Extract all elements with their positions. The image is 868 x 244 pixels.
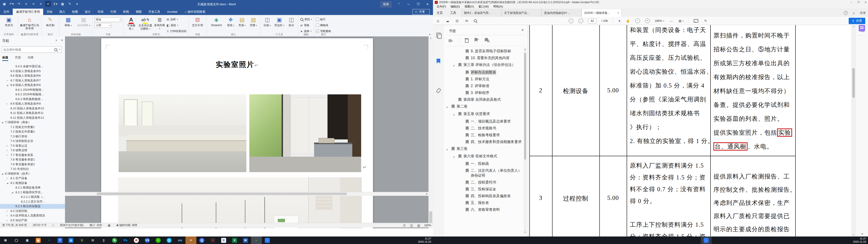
- document-tab[interactable]: 2025年一级物资集...×: [582, 9, 622, 17]
- menu-item[interactable]: 视图(V): [463, 5, 476, 9]
- sprout-app-icon[interactable]: ❧: [251, 237, 262, 244]
- margins-button[interactable]: ▣ 页边距 ▾: [274, 16, 285, 27]
- notifications-bell-icon[interactable]: 🕭: [852, 11, 855, 15]
- uparrow-app-icon[interactable]: ↑: [262, 237, 273, 244]
- attachments-icon[interactable]: [433, 88, 444, 94]
- ribbon-tab[interactable]: 开始: [43, 9, 56, 15]
- expand-arrow-icon[interactable]: [7, 218, 9, 223]
- heading-item[interactable]: 8.2.1 检测设备清单: [0, 185, 65, 190]
- email-icon[interactable]: ✉: [464, 19, 469, 23]
- ribbon-tab[interactable]: 开发工具: [145, 9, 164, 15]
- expand-arrow-icon[interactable]: [7, 209, 9, 214]
- maximize-button[interactable]: ❐: [857, 1, 860, 4]
- shading-button[interactable]: ◧底纹▾: [166, 23, 187, 28]
- replace-button[interactable]: ⇄替换: [300, 23, 312, 28]
- vs-app-icon[interactable]: VS: [142, 237, 153, 244]
- heading-item[interactable]: 6.9 投标人资格及条件9: [0, 101, 65, 106]
- document-tab[interactable]: 附件1：采油采气用...: [462, 9, 502, 17]
- ribbon-tab[interactable]: 文件: [0, 9, 13, 15]
- maximize-button[interactable]: ❐: [413, 1, 423, 8]
- heading-item[interactable]: 6.8.3 有机氯检验报...: [0, 97, 65, 102]
- bookmark-item[interactable]: 三、投标保证金: [460, 186, 524, 193]
- ribbon-tab[interactable]: Acrobat: [164, 9, 181, 15]
- document-hscrollbar[interactable]: ▶: [65, 192, 429, 196]
- bookmark-item[interactable]: 二、法定代表人（单位负责人）身份证明: [460, 167, 524, 179]
- heading-item[interactable]: 7 详细评审（商务）: [0, 120, 65, 125]
- print-layout-icon[interactable]: ▯: [410, 224, 413, 227]
- nav-pane-tab[interactable]: 标题: [2, 56, 8, 61]
- bookmark-item[interactable]: 四、技术服务和质保期服务要求: [460, 139, 524, 145]
- expand-bookmark-icon[interactable]: [485, 38, 489, 43]
- word-icon[interactable]: W: [240, 237, 251, 244]
- search-dropdown-icon[interactable]: ▾: [59, 49, 60, 51]
- collapse-ribbon-icon[interactable]: ∧: [429, 33, 431, 36]
- pencil-app-icon[interactable]: ✎: [109, 237, 120, 244]
- search-input[interactable]: [2, 48, 54, 51]
- footer-button[interactable]: ▧ 页脚 ▾: [248, 16, 258, 27]
- heading-item[interactable]: 6.12 投标人资格及条件12: [0, 116, 65, 120]
- heading-item[interactable]: 8.4 技术研发人员素质情况: [0, 213, 65, 218]
- expand-arrow-icon[interactable]: [7, 78, 9, 83]
- heading-item[interactable]: 6.4.5 未被中国石油...: [0, 64, 65, 69]
- bookmark-expand-icon[interactable]: [446, 104, 450, 110]
- bookmark-item[interactable]: 1. 评标方法: [460, 76, 524, 83]
- t-app-icon[interactable]: T: [55, 237, 65, 244]
- shapes-button[interactable]: ❖ 形状 ▾: [226, 16, 236, 27]
- heading-item[interactable]: 8.3 过程控制: [0, 209, 65, 214]
- heading-item[interactable]: 7.2 投标文件质量2: [0, 129, 65, 134]
- bookmark-item[interactable]: 五、报价表: [460, 200, 524, 206]
- expand-arrow-icon[interactable]: [7, 181, 9, 186]
- stamp-icon[interactable]: [859, 25, 865, 31]
- signin-button[interactable]: 登录: [380, 1, 392, 7]
- ribbon-tab[interactable]: 设计: [81, 9, 94, 15]
- expand-arrow-icon[interactable]: [7, 144, 9, 148]
- help-icon[interactable]: ?: [844, 11, 848, 15]
- proofing-icon[interactable]: ⌗: [53, 224, 54, 227]
- bookmark-item[interactable]: 六、资格审查资料: [460, 206, 524, 213]
- browser-app-icon[interactable]: ✦: [185, 237, 196, 244]
- expand-arrow-icon[interactable]: [7, 153, 9, 158]
- clock[interactable]: 11:27 2025-11-03: [418, 237, 431, 243]
- ribbon-tab[interactable]: 绘图: [69, 9, 81, 15]
- accessibility-indicator[interactable]: ◉ 辅助功能: 调查: [116, 223, 137, 227]
- uparrow-app-icon[interactable]: ↑: [701, 237, 712, 244]
- expand-arrow-icon[interactable]: [11, 190, 14, 195]
- swirl-app-icon[interactable]: S: [76, 237, 87, 244]
- bookmark-item[interactable]: 三、检验考核要求: [460, 132, 524, 139]
- save-as-button[interactable]: ▣ 另存为: [2, 16, 16, 27]
- upload-cloud-icon[interactable]: ☁: [445, 19, 450, 23]
- comment-icon[interactable]: [694, 19, 698, 23]
- bookmark-item[interactable]: 第三卷: [446, 145, 524, 153]
- bookmark-item[interactable]: 二、技术规格书: [460, 125, 524, 132]
- fit-width-icon[interactable]: ↔: [669, 19, 674, 23]
- hand-tool-icon[interactable]: ☝: [626, 19, 630, 23]
- bookmark-item[interactable]: 第二卷: [446, 103, 524, 111]
- ribbon-tab[interactable]: 操作说明搜索: [181, 9, 209, 15]
- heading-item[interactable]: 7.10 失信扣分: [0, 167, 65, 172]
- heading-item[interactable]: 8.2.3 独立的实验室: [0, 204, 65, 209]
- bookmark-item[interactable]: 2. 评审标准: [460, 83, 524, 89]
- expand-arrow-icon[interactable]: [7, 148, 9, 153]
- page-indicator[interactable]: 第 775 页, 共 829 页: [2, 223, 27, 227]
- heading-item[interactable]: 6.11 投标人资格及条件11: [0, 111, 65, 116]
- share-app-icon[interactable]: ∴: [44, 237, 55, 244]
- minimize-button[interactable]: ─: [850, 1, 852, 4]
- track-changes-indicator[interactable]: 修订: 关闭: [90, 223, 102, 227]
- bookmark-options-icon[interactable]: ▤▾: [448, 38, 453, 42]
- app-tab[interactable]: 主页: [433, 9, 446, 17]
- heading-item[interactable]: 8.2.2 检验用化学试...: [0, 190, 65, 195]
- expand-arrow-icon[interactable]: [2, 120, 4, 125]
- print-icon[interactable]: ⊟: [455, 19, 459, 23]
- save-icon[interactable]: ▣: [436, 19, 440, 23]
- printer-app-icon[interactable]: ⊟: [87, 237, 98, 244]
- ruler-checkbox[interactable]: 标尺: [316, 17, 331, 22]
- document-tab[interactable]: 关于加强原油产品...: [502, 9, 541, 17]
- bookmark-item[interactable]: 一、投标函: [460, 160, 524, 167]
- ring-app-icon[interactable]: ◎: [65, 237, 76, 244]
- heading-item[interactable]: 7.6 销售业绩: [0, 148, 65, 153]
- document-search-box[interactable]: ▾: [2, 47, 62, 53]
- quark-icon[interactable]: Q: [196, 237, 207, 244]
- pencil-markup-icon[interactable]: ✎: [703, 19, 708, 23]
- format-painter-button[interactable]: ✎ 格式刷: [43, 16, 57, 27]
- close-panel-icon[interactable]: ✕: [521, 28, 524, 32]
